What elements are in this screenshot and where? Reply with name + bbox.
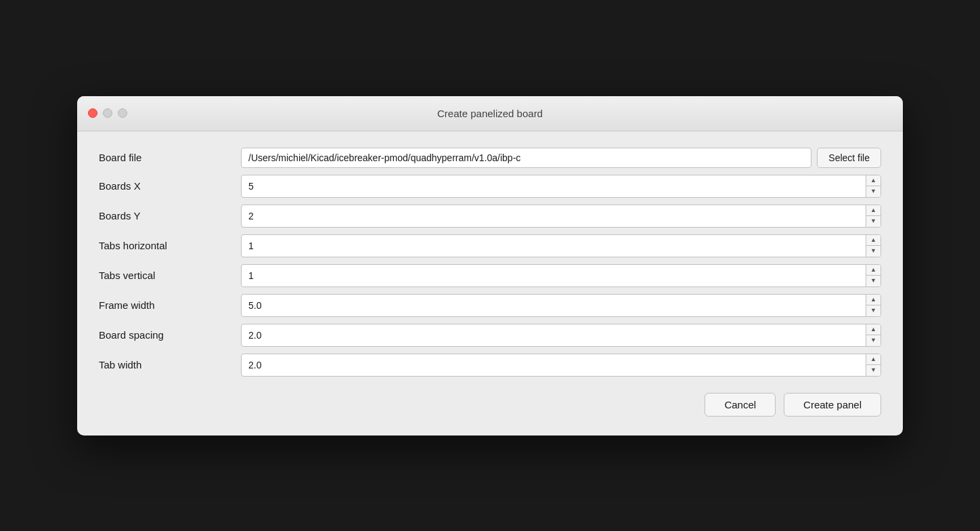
tabs-vertical-row: Tabs vertical ▲ ▼ [99,264,881,287]
tab-width-increment[interactable]: ▲ [866,354,881,365]
tab-width-label: Tab width [99,359,241,370]
tab-width-input[interactable] [242,356,866,375]
boards-x-spinner-buttons: ▲ ▼ [866,175,881,197]
window-title: Create panelized board [437,108,543,119]
board-file-input-wrap: /Users/michiel/Kicad/icebreaker-pmod/qua… [241,148,881,168]
boards-x-label: Boards X [99,180,241,192]
tabs-horizontal-spinner: ▲ ▼ [241,234,881,257]
tabs-horizontal-decrement[interactable]: ▼ [866,246,881,257]
action-buttons: Cancel Create panel [99,393,881,417]
board-spacing-decrement[interactable]: ▼ [866,335,881,346]
board-spacing-row: Board spacing ▲ ▼ [99,324,881,347]
minimize-button[interactable] [103,108,112,118]
create-panel-button[interactable]: Create panel [784,393,881,417]
frame-width-spinner: ▲ ▼ [241,294,881,317]
tabs-vertical-input[interactable] [242,266,866,285]
boards-y-increment[interactable]: ▲ [866,205,881,216]
tab-width-row: Tab width ▲ ▼ [99,354,881,377]
frame-width-decrement[interactable]: ▼ [866,305,881,316]
frame-width-spinner-buttons: ▲ ▼ [866,295,881,316]
tabs-vertical-spinner: ▲ ▼ [241,264,881,287]
frame-width-row: Frame width ▲ ▼ [99,294,881,317]
frame-width-input[interactable] [242,296,866,315]
board-spacing-spinner-buttons: ▲ ▼ [866,324,881,346]
boards-y-row: Boards Y ▲ ▼ [99,205,881,228]
close-button[interactable] [88,108,97,118]
tab-width-decrement[interactable]: ▼ [866,365,881,376]
titlebar: Create panelized board [77,96,903,131]
cancel-button[interactable]: Cancel [705,393,776,417]
boards-x-increment[interactable]: ▲ [866,175,881,186]
maximize-button[interactable] [118,108,127,118]
traffic-lights [88,108,127,118]
board-file-value: /Users/michiel/Kicad/icebreaker-pmod/qua… [241,148,811,168]
tab-width-spinner-buttons: ▲ ▼ [866,354,881,376]
boards-x-input[interactable] [242,177,866,196]
select-file-button[interactable]: Select file [817,148,881,168]
tabs-vertical-spinner-buttons: ▲ ▼ [866,265,881,286]
frame-width-increment[interactable]: ▲ [866,295,881,305]
boards-x-decrement[interactable]: ▼ [866,186,881,197]
board-spacing-increment[interactable]: ▲ [866,324,881,335]
tabs-horizontal-spinner-buttons: ▲ ▼ [866,235,881,257]
tabs-horizontal-input[interactable] [242,236,866,255]
board-spacing-spinner: ▲ ▼ [241,324,881,347]
boards-y-label: Boards Y [99,210,241,221]
tabs-vertical-label: Tabs vertical [99,270,241,281]
boards-x-row: Boards X ▲ ▼ [99,175,881,198]
tab-width-spinner: ▲ ▼ [241,354,881,377]
board-file-label: Board file [99,152,241,163]
tabs-horizontal-increment[interactable]: ▲ [866,235,881,246]
board-spacing-label: Board spacing [99,329,241,341]
tabs-horizontal-label: Tabs horizontal [99,240,241,251]
boards-y-spinner-buttons: ▲ ▼ [866,205,881,227]
boards-y-spinner: ▲ ▼ [241,205,881,228]
board-file-row: Board file /Users/michiel/Kicad/icebreak… [99,148,881,168]
tabs-vertical-increment[interactable]: ▲ [866,265,881,276]
dialog-window: Create panelized board Board file /Users… [77,96,903,436]
form-content: Board file /Users/michiel/Kicad/icebreak… [77,131,903,436]
frame-width-label: Frame width [99,299,241,311]
boards-y-decrement[interactable]: ▼ [866,216,881,227]
boards-x-spinner: ▲ ▼ [241,175,881,198]
tabs-vertical-decrement[interactable]: ▼ [866,276,881,286]
boards-y-input[interactable] [242,207,866,226]
tabs-horizontal-row: Tabs horizontal ▲ ▼ [99,234,881,257]
board-spacing-input[interactable] [242,326,866,345]
